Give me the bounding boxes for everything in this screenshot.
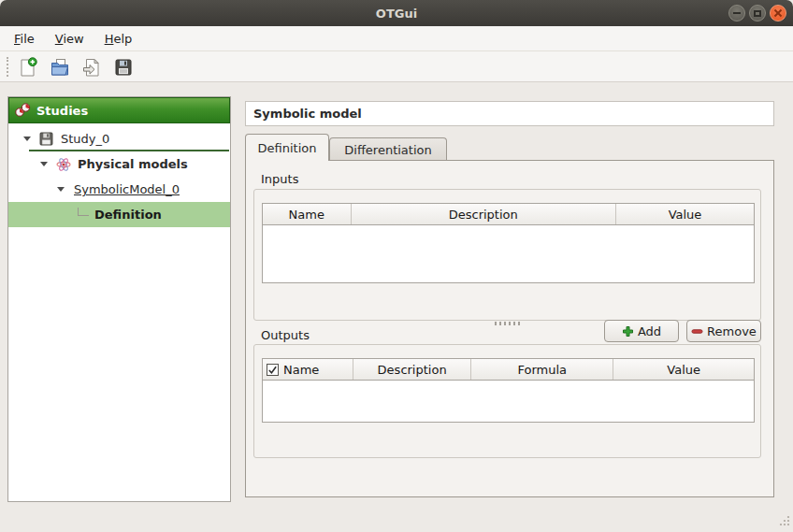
inputs-remove-label: Remove <box>707 324 757 338</box>
close-button[interactable] <box>770 5 786 22</box>
collapse-arrow-icon[interactable] <box>57 187 65 192</box>
app-window: OTGui File View Help <box>0 0 793 532</box>
column-header-name: Name <box>263 359 353 380</box>
plus-icon <box>622 325 634 338</box>
inputs-add-button[interactable]: Add <box>604 320 679 342</box>
collapse-arrow-icon[interactable] <box>40 162 48 166</box>
minus-icon <box>691 325 703 338</box>
inputs-table-body[interactable] <box>263 225 754 282</box>
column-header-value: Value <box>616 204 754 224</box>
studies-tree: Study_0 Physical models SymbolicModel_0 <box>8 126 230 227</box>
open-study-icon <box>50 57 70 78</box>
outputs-section-label: Outputs <box>261 328 310 342</box>
collapse-arrow-icon[interactable] <box>23 137 31 141</box>
toolbar <box>0 51 793 82</box>
tree-item-symbolic-model[interactable]: SymbolicModel_0 <box>8 177 230 202</box>
outputs-table-header: Name Description Formula Value <box>263 359 754 381</box>
menu-help[interactable]: Help <box>94 28 143 50</box>
column-header-description: Description <box>352 204 617 224</box>
atom-icon <box>56 157 71 172</box>
tree-item-physical-models[interactable]: Physical models <box>8 151 230 177</box>
column-header-name: Name <box>263 204 352 224</box>
inputs-table: Name Description Value <box>262 203 755 283</box>
model-title-field: Symbolic model <box>245 101 774 126</box>
column-header-description: Description <box>353 359 471 380</box>
maximize-icon <box>754 10 761 17</box>
resize-grip[interactable] <box>777 513 790 529</box>
tree-item-label: Physical models <box>78 157 188 171</box>
titlebar: OTGui <box>0 0 793 26</box>
outputs-table-body[interactable] <box>263 381 754 422</box>
tree-item-definition-selected[interactable]: Definition <box>8 202 230 227</box>
select-all-checkbox[interactable] <box>267 364 279 376</box>
splitter-handle[interactable] <box>495 322 523 325</box>
definition-tab-panel: Inputs Name Description Value Add <box>245 160 774 497</box>
outputs-group-box: Name Description Formula Value Evaluate <box>253 344 761 458</box>
new-study-icon <box>18 57 38 78</box>
open-study-button[interactable] <box>47 54 72 79</box>
outputs-table: Name Description Formula Value <box>262 358 755 423</box>
tab-definition[interactable]: Definition <box>245 134 329 161</box>
menu-file[interactable]: File <box>4 28 45 50</box>
tree-item-study[interactable]: Study_0 <box>8 126 230 151</box>
toolbar-drag-handle[interactable] <box>7 57 8 77</box>
column-header-label: Name <box>283 363 319 377</box>
studies-panel-title: Studies <box>36 104 88 118</box>
tree-item-label: SymbolicModel_0 <box>74 182 180 196</box>
inputs-section-label: Inputs <box>261 172 298 186</box>
import-script-icon <box>81 57 102 78</box>
tree-item-label: Study_0 <box>61 132 109 146</box>
save-study-button[interactable] <box>110 54 136 79</box>
window-title: OTGui <box>376 7 417 21</box>
studies-panel: Studies Study_0 <box>7 96 231 502</box>
save-icon <box>114 58 133 77</box>
column-header-formula: Formula <box>471 359 613 380</box>
tree-item-label: Definition <box>94 208 162 222</box>
menu-view[interactable]: View <box>45 28 94 50</box>
import-script-button[interactable] <box>79 54 104 79</box>
new-study-button[interactable] <box>15 54 40 79</box>
minimize-icon <box>733 12 741 14</box>
tab-label: Definition <box>258 141 317 155</box>
menubar: File View Help <box>0 26 793 51</box>
model-title: Symbolic model <box>253 107 362 121</box>
tree-branch-line <box>78 208 89 216</box>
floppy-icon <box>39 132 53 146</box>
resize-grip-icon <box>777 513 790 526</box>
inputs-table-header: Name Description Value <box>263 204 754 225</box>
inputs-add-label: Add <box>638 324 661 338</box>
checkmark-icon <box>267 365 278 375</box>
tab-differentiation[interactable]: Differentiation <box>329 137 447 161</box>
column-header-value: Value <box>613 359 754 380</box>
tab-label: Differentiation <box>344 143 431 157</box>
minimize-button[interactable] <box>728 5 745 22</box>
close-icon <box>773 8 783 18</box>
studies-panel-header: Studies <box>8 97 230 123</box>
maximize-button[interactable] <box>749 5 766 22</box>
inputs-group-box: Name Description Value Add Remove <box>253 189 761 321</box>
studies-icon <box>15 103 31 118</box>
inputs-remove-button[interactable]: Remove <box>686 320 761 342</box>
